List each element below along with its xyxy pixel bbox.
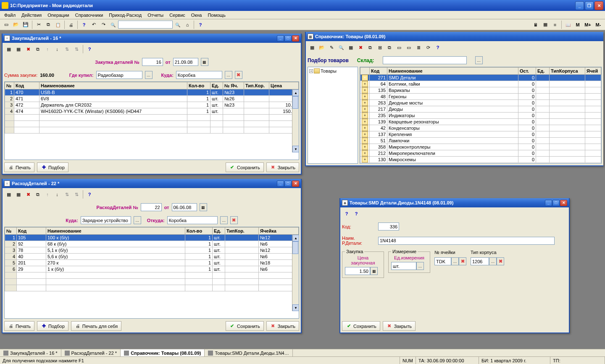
tb-undo[interactable] xyxy=(89,20,98,29)
ptb-grid[interactable] xyxy=(4,45,13,54)
purchase-wherebuy-lookup[interactable]: … xyxy=(145,71,153,79)
tb-home[interactable]: ⌂ xyxy=(183,20,192,29)
purchase-date-field[interactable] xyxy=(173,58,198,66)
expand-icon[interactable]: + xyxy=(362,138,368,144)
menu-actions[interactable]: Действия xyxy=(19,12,44,18)
purchase-where-field[interactable] xyxy=(176,71,222,79)
ref-store-lookup[interactable]: … xyxy=(475,56,483,64)
rtb-12[interactable]: ≣ xyxy=(414,43,423,52)
col-price[interactable]: Цена xyxy=(269,82,299,89)
menu-reports[interactable]: Отчеты xyxy=(145,12,166,18)
rtb-7[interactable] xyxy=(366,43,375,52)
col-expand[interactable] xyxy=(360,68,370,75)
task-expense[interactable]: РасходДеталей - 22 * xyxy=(61,349,121,357)
menu-service[interactable]: Сервис xyxy=(167,12,188,18)
detail-titlebar[interactable]: ◈ Товары:SMD Детали.Диоды.1N4148 (08.01.… xyxy=(340,198,569,207)
col-type[interactable]: ТипКорпуса xyxy=(550,68,585,75)
expense-scrollbar[interactable]: ▲ ▼ xyxy=(292,235,299,311)
purchase-maximize-button[interactable]: □ xyxy=(284,35,292,42)
rtb-4[interactable] xyxy=(337,43,346,52)
tb-book[interactable] xyxy=(563,20,573,29)
dtb-help2[interactable] xyxy=(352,209,361,218)
expand-icon[interactable]: + xyxy=(362,81,368,87)
tb-memory-mplus[interactable]: M+ xyxy=(583,20,593,29)
tb-notes[interactable]: ≡ xyxy=(550,20,560,29)
table-row[interactable]: +217Диоды0 xyxy=(360,106,601,113)
table-row[interactable]: +48Герконы0 xyxy=(360,94,601,100)
purchase-save-button[interactable]: ✔Сохранить xyxy=(226,162,264,172)
expense-maximize-button[interactable]: □ xyxy=(284,181,292,187)
tb-save[interactable] xyxy=(21,20,30,29)
expand-icon[interactable]: + xyxy=(362,94,368,100)
purchase-num-field[interactable] xyxy=(142,58,163,66)
col-name[interactable]: Наименование xyxy=(39,82,187,89)
rtb-5[interactable] xyxy=(346,43,355,52)
purchase-wherebuy-field[interactable] xyxy=(96,71,142,79)
menu-references[interactable]: Справочники xyxy=(73,12,106,18)
tb-cut[interactable] xyxy=(34,20,43,29)
col-unit[interactable]: Ед. xyxy=(210,82,223,89)
expense-minimize-button[interactable]: _ xyxy=(277,181,284,187)
purchase-titlebar[interactable]: ≡ ЗакупкаДеталей - 16 * _ □ ✕ xyxy=(3,34,301,43)
scroll-down-button[interactable]: ▼ xyxy=(292,304,299,311)
tb-copy[interactable] xyxy=(44,20,53,29)
expense-whence-clear[interactable]: ✖ xyxy=(230,216,238,224)
col-cell[interactable]: Ячейка xyxy=(259,228,299,235)
table-row[interactable]: +42Конденсаторы0 xyxy=(360,125,601,131)
table-row[interactable]: +235Индикаторы0 xyxy=(360,113,601,119)
expand-icon[interactable]: + xyxy=(362,157,368,162)
col-type[interactable]: ТипКор. xyxy=(225,228,259,235)
expand-icon[interactable]: + xyxy=(362,125,368,131)
table-row[interactable]: +212Микропереключатели0 xyxy=(360,150,601,157)
purchase-where-clear[interactable]: ✖ xyxy=(235,71,242,79)
table-row[interactable]: 3785,1 к (б/у)1шт.№12 xyxy=(5,247,299,254)
scroll-thumb[interactable] xyxy=(292,96,298,109)
detail-type-clear[interactable]: ✖ xyxy=(497,257,504,265)
expense-where-field[interactable] xyxy=(81,216,131,224)
expense-save-button[interactable]: ✔Сохранить xyxy=(226,321,264,331)
scroll-up-button[interactable]: ▲ xyxy=(292,235,299,241)
col-cell[interactable]: № Яч. xyxy=(223,82,244,89)
expense-where-lookup[interactable]: … xyxy=(134,216,141,224)
table-row[interactable]: 24716V81шт.№26 xyxy=(5,96,299,102)
detail-code-field[interactable] xyxy=(378,223,399,230)
ptb-copy[interactable] xyxy=(33,45,42,54)
menu-help[interactable]: Помощь xyxy=(205,12,228,18)
expand-icon[interactable]: + xyxy=(362,106,368,112)
tb-help2[interactable] xyxy=(79,20,89,29)
table-row[interactable]: +137Крепления0 xyxy=(360,131,601,138)
ref-store-field[interactable] xyxy=(383,56,467,64)
detail-cell-lookup[interactable]: … xyxy=(451,257,459,265)
reference-titlebar[interactable]: ▦ Справочник: Товары (08.01.09) xyxy=(306,32,603,41)
scroll-down-button[interactable]: ▼ xyxy=(292,146,299,152)
rtb-2[interactable] xyxy=(317,43,326,52)
rtb-8[interactable]: ⊞ xyxy=(375,43,384,52)
tb-find-next[interactable] xyxy=(173,20,182,29)
table-row[interactable]: +358Микроконтроллеры0 xyxy=(360,144,601,150)
table-row[interactable]: +263Диодные мосты0 xyxy=(360,100,601,106)
ref-grid[interactable]: Код Наименование Ост. Ед. ТипКорпуса Яче… xyxy=(360,67,601,163)
table-row[interactable]: +64Болтики, гайки0 xyxy=(360,81,601,87)
expand-icon[interactable]: + xyxy=(362,100,368,106)
menu-file[interactable]: Файл xyxy=(2,12,18,18)
etb-copy[interactable] xyxy=(33,190,42,199)
col-type[interactable]: Тип.Кор. xyxy=(244,82,269,89)
table-row[interactable]: 1105100 к (б/у)1шт.№12 xyxy=(5,235,299,241)
ptb-grid2[interactable] xyxy=(14,45,23,54)
expand-icon[interactable]: + xyxy=(362,113,368,118)
purchase-scrollbar[interactable]: ▲ ▼ xyxy=(292,89,299,152)
ptb-sort-asc[interactable] xyxy=(62,45,71,54)
table-row[interactable]: 1470USB-B1шт.№23 xyxy=(5,89,299,96)
etb-grid2[interactable] xyxy=(14,190,23,199)
expand-icon[interactable]: + xyxy=(362,87,368,93)
ptb-down[interactable] xyxy=(53,45,62,54)
detail-type-field[interactable] xyxy=(471,257,489,265)
expense-date-picker[interactable]: ▦ xyxy=(200,203,207,211)
scroll-up-button[interactable]: ▲ xyxy=(292,89,299,96)
table-row[interactable]: 29268 к (б/у)1шт.№6 xyxy=(5,241,299,247)
table-row[interactable]: 3472Держатель для CR20321шт.№2310.00 xyxy=(5,102,299,108)
purchase-close-button[interactable]: ✕ xyxy=(292,35,299,42)
purchase-minimize-button[interactable]: _ xyxy=(277,35,284,42)
rtb-11[interactable]: ▭ xyxy=(404,43,413,52)
ptb-up[interactable] xyxy=(43,45,52,54)
